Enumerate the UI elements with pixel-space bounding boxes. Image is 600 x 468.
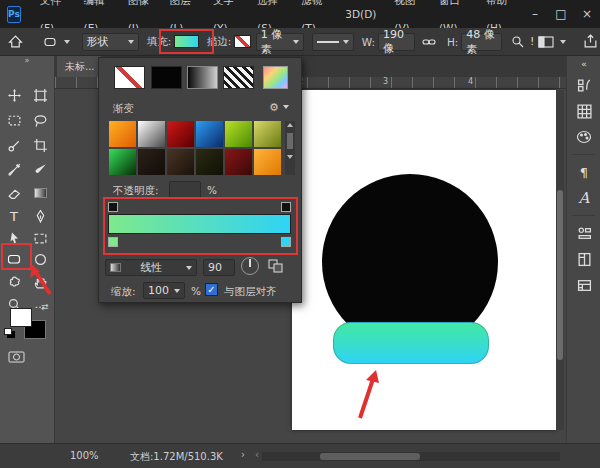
chevron-down-icon bbox=[174, 289, 180, 293]
panel-toggle-chevron-icon[interactable] bbox=[560, 40, 566, 44]
align-checkbox[interactable]: ✓ bbox=[205, 283, 218, 296]
angle-input[interactable]: 90 bbox=[203, 259, 235, 276]
paragraph-panel-icon[interactable]: ¶ bbox=[567, 159, 600, 185]
zoom-level[interactable]: 100% bbox=[70, 450, 99, 461]
gradient-preset[interactable] bbox=[254, 149, 281, 175]
path-select-tool[interactable] bbox=[3, 227, 25, 249]
menu-3d[interactable]: 3D(D) bbox=[336, 0, 385, 28]
height-value: 48 像素 bbox=[466, 27, 497, 57]
fill-type-none-button[interactable] bbox=[114, 66, 145, 89]
gradient-preset[interactable] bbox=[196, 121, 223, 147]
chevron-down-icon bbox=[343, 40, 349, 44]
default-colors-icon[interactable] bbox=[4, 328, 12, 335]
foreground-color-swatch[interactable] bbox=[10, 308, 32, 327]
stroke-style-select[interactable] bbox=[312, 33, 354, 51]
minimize-button[interactable]: – bbox=[522, 0, 548, 28]
lasso-tool[interactable] bbox=[29, 109, 51, 131]
width-input[interactable]: 190 像 bbox=[378, 33, 415, 51]
properties-panel-icon[interactable] bbox=[567, 246, 600, 272]
right-panel-dock: « ¶ A bbox=[566, 56, 600, 443]
opacity-stop-left[interactable] bbox=[108, 202, 118, 212]
link-dimensions-icon[interactable] bbox=[419, 31, 439, 53]
color-picker-button[interactable] bbox=[263, 66, 288, 89]
height-input[interactable]: 48 像素 bbox=[461, 33, 502, 51]
reverse-gradient-icon[interactable] bbox=[267, 258, 285, 277]
healing-brush-tool[interactable] bbox=[3, 134, 25, 156]
gradient-preset[interactable] bbox=[138, 149, 165, 175]
fill-type-solid-button[interactable] bbox=[151, 66, 182, 89]
presets-scrollbar[interactable] bbox=[285, 121, 295, 175]
document-tab[interactable]: 未标... bbox=[57, 56, 101, 77]
gradient-bar[interactable] bbox=[108, 214, 291, 234]
gradient-preset[interactable] bbox=[167, 149, 194, 175]
export-icon[interactable] bbox=[580, 31, 600, 53]
gradient-preset[interactable] bbox=[225, 149, 252, 175]
pen-tool[interactable] bbox=[29, 205, 51, 227]
horizontal-scrollbar[interactable] bbox=[262, 452, 560, 461]
swap-colors-icon[interactable]: ⇄ bbox=[41, 302, 49, 312]
gradient-preset[interactable] bbox=[109, 149, 136, 175]
canvas[interactable] bbox=[292, 90, 556, 430]
panel-toggle-icon[interactable] bbox=[536, 31, 556, 53]
angle-dial[interactable] bbox=[241, 257, 259, 275]
brushes-panel-icon[interactable] bbox=[567, 72, 600, 98]
artboard-tool[interactable] bbox=[29, 84, 51, 106]
gradient-style-select[interactable]: 线性 bbox=[105, 259, 197, 276]
gradient-preset[interactable] bbox=[167, 121, 194, 147]
opacity-stop-right[interactable] bbox=[281, 202, 291, 212]
character-panel-icon[interactable]: A bbox=[567, 185, 600, 211]
rounded-rect-shape[interactable] bbox=[333, 322, 489, 364]
eyedropper-tool[interactable] bbox=[3, 158, 25, 180]
layers-panel-icon[interactable] bbox=[567, 272, 600, 298]
frame-tool[interactable] bbox=[29, 227, 51, 249]
vertical-scrollbar[interactable] bbox=[556, 90, 564, 430]
gradient-preset[interactable] bbox=[254, 121, 281, 147]
tool-preset-rounded-rect-icon[interactable] bbox=[40, 31, 60, 53]
fill-type-pattern-button[interactable] bbox=[223, 66, 254, 89]
close-button[interactable]: × bbox=[574, 0, 600, 28]
eraser-tool[interactable] bbox=[3, 182, 25, 204]
type-tool[interactable]: T bbox=[3, 205, 25, 227]
marquee-tool[interactable] bbox=[3, 109, 25, 131]
crop-tool[interactable] bbox=[29, 134, 51, 156]
expand-panels-icon[interactable]: « bbox=[567, 56, 600, 72]
color-stop-right[interactable] bbox=[281, 237, 291, 247]
gradient-preset[interactable] bbox=[196, 149, 223, 175]
stroke-width-select[interactable]: 1 像素 bbox=[256, 33, 304, 51]
gradient-preset[interactable] bbox=[109, 121, 136, 147]
home-icon[interactable] bbox=[6, 31, 26, 53]
status-prev-icon[interactable]: ‹ bbox=[255, 449, 259, 460]
status-next-icon[interactable]: › bbox=[241, 449, 245, 460]
opacity-input[interactable] bbox=[169, 181, 201, 198]
patterns-panel-icon[interactable] bbox=[567, 98, 600, 124]
fill-type-gradient-button[interactable] bbox=[187, 66, 218, 89]
collapse-toolbar-icon[interactable]: » bbox=[0, 56, 54, 65]
horizontal-scrollbar-thumb[interactable] bbox=[320, 453, 420, 460]
stroke-width-value: 1 像素 bbox=[261, 27, 289, 57]
scale-value: 100 bbox=[148, 284, 169, 297]
chevron-down-icon bbox=[186, 266, 192, 270]
stroke-swatch[interactable] bbox=[234, 35, 250, 48]
move-tool[interactable] bbox=[3, 84, 25, 106]
color-stop-left[interactable] bbox=[108, 237, 118, 247]
color-panel-icon[interactable] bbox=[567, 124, 600, 150]
scroll-up-icon[interactable] bbox=[287, 123, 293, 127]
annotation-arrow-shape bbox=[342, 362, 392, 424]
scroll-down-icon[interactable] bbox=[287, 155, 293, 159]
quick-mask-icon[interactable] bbox=[8, 350, 26, 367]
scale-select[interactable]: 100 bbox=[143, 282, 185, 299]
brush-tool[interactable] bbox=[29, 158, 51, 180]
presets-scrollbar-thumb[interactable] bbox=[287, 133, 293, 149]
vertical-scrollbar-thumb[interactable] bbox=[557, 190, 563, 360]
libraries-panel-icon[interactable] bbox=[567, 220, 600, 246]
restore-button[interactable]: □ bbox=[548, 0, 574, 28]
fill-swatch[interactable] bbox=[174, 35, 199, 48]
gradient-preset[interactable] bbox=[225, 121, 252, 147]
tool-mode-value: 形状 bbox=[87, 34, 109, 49]
search-icon[interactable] bbox=[508, 31, 528, 53]
gradient-tool[interactable] bbox=[29, 182, 51, 204]
tool-preset-chevron-icon[interactable] bbox=[64, 40, 70, 44]
tool-mode-select[interactable]: 形状 bbox=[82, 33, 139, 51]
gear-icon[interactable]: ⚙ bbox=[269, 101, 289, 114]
gradient-preset[interactable] bbox=[138, 121, 165, 147]
